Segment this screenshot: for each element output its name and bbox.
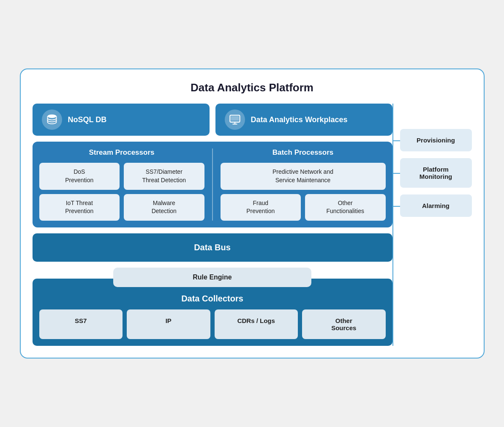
batch-processors-grid: Predictive Network andService Maintenanc… <box>221 163 386 220</box>
provisioning-connector <box>392 140 400 141</box>
svg-point-0 <box>47 115 56 118</box>
proc-divider <box>212 148 213 220</box>
provisioning-sidebar-item: Provisioning <box>400 129 472 151</box>
stream-processors-section: Stream Processors DoSPrevention SS7/Diam… <box>39 148 204 220</box>
rule-engine-box: Rule Engine <box>113 268 311 287</box>
database-icon <box>42 109 62 130</box>
nosql-box: NoSQL DB <box>33 104 210 136</box>
alarming-connector <box>392 206 400 207</box>
collectors-cards: SS7 IP CDRs / Logs OtherSources <box>39 309 386 339</box>
right-sidebar: Provisioning PlatformMonitoring Alarming <box>400 104 472 345</box>
monitor-icon <box>225 109 245 130</box>
platform-monitoring-sidebar-item: PlatformMonitoring <box>400 158 472 188</box>
nosql-label: NoSQL DB <box>68 115 107 124</box>
left-area: NoSQL DB Data Analytics Workplaces <box>33 104 392 345</box>
processors-row: Stream Processors DoSPrevention SS7/Diam… <box>33 142 392 227</box>
other-sources-collector-card: OtherSources <box>302 309 386 339</box>
svg-rect-4 <box>231 116 239 121</box>
alarming-sidebar-item: Alarming <box>400 194 472 217</box>
batch-processors-section: Batch Processors Predictive Network andS… <box>221 148 386 220</box>
collectors-wrapper: Rule Engine Data Collectors SS7 IP CDRs … <box>33 268 392 346</box>
data-bus: Data Bus <box>33 233 392 262</box>
ss7-threat-card: SS7/DiameterThreat Detection <box>124 163 204 189</box>
fraud-prevention-card: FraudPrevention <box>221 194 301 221</box>
ip-collector-card: IP <box>127 309 210 339</box>
batch-processors-title: Batch Processors <box>221 148 386 157</box>
page-title: Data Analytics Platform <box>33 81 472 94</box>
dos-prevention-card: DoSPrevention <box>39 163 120 189</box>
top-row: NoSQL DB Data Analytics Workplaces <box>33 104 392 136</box>
outer-container: Data Analytics Platform NoSQL DB <box>20 68 485 358</box>
stream-processors-grid: DoSPrevention SS7/DiameterThreat Detecti… <box>39 163 204 220</box>
collectors-title: Data Collectors <box>39 294 386 304</box>
predictive-card: Predictive Network andService Maintenanc… <box>221 163 386 189</box>
ss7-collector-card: SS7 <box>39 309 123 339</box>
workplaces-box: Data Analytics Workplaces <box>215 104 392 136</box>
workplaces-label: Data Analytics Workplaces <box>251 115 348 124</box>
platform-monitoring-connector <box>392 173 400 174</box>
main-layout: NoSQL DB Data Analytics Workplaces <box>33 104 472 345</box>
iot-threat-card: IoT ThreatPrevention <box>39 194 120 221</box>
malware-detection-card: MalwareDetection <box>124 194 204 221</box>
other-functionalities-card: OtherFunctionalities <box>305 194 386 221</box>
batch-bottom-row: FraudPrevention OtherFunctionalities <box>221 194 386 221</box>
collectors-main: Data Collectors SS7 IP CDRs / Logs Other… <box>33 279 392 346</box>
stream-processors-title: Stream Processors <box>39 148 204 157</box>
cdrs-collector-card: CDRs / Logs <box>215 309 298 339</box>
